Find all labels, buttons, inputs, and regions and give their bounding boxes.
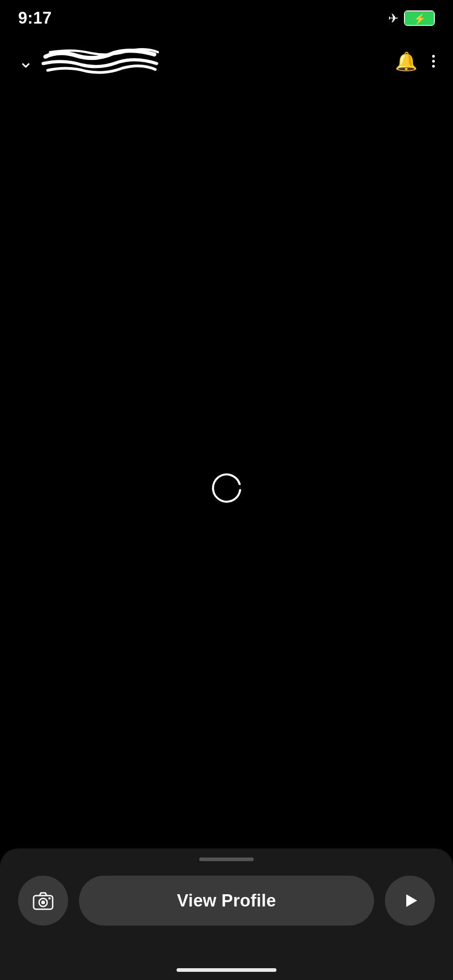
bell-icon[interactable]: 🔔 [395,51,418,72]
more-options-icon[interactable] [432,55,435,68]
nav-left: ⌄ [18,43,159,79]
view-profile-label: View Profile [177,891,276,911]
camera-button[interactable] [18,876,68,926]
home-indicator [177,968,276,972]
username-scribble [41,43,159,79]
view-profile-button[interactable]: View Profile [79,876,374,926]
bottom-actions: View Profile [0,876,453,926]
status-bar: 9:17 ✈ ⚡ [0,0,453,36]
status-icons: ✈ ⚡ [388,10,435,26]
bottom-action-bar: View Profile [0,848,453,980]
battery-bolt-icon: ⚡ [414,13,426,25]
loading-spinner [206,470,247,510]
play-icon [400,891,420,911]
battery-icon: ⚡ [404,10,435,26]
svg-point-3 [49,897,51,900]
top-nav: ⌄ 🔔 [0,36,453,86]
play-next-button[interactable] [385,876,435,926]
bottom-handle [199,858,254,861]
svg-point-2 [41,901,45,904]
scribble-decoration [41,43,159,79]
svg-marker-4 [406,894,417,907]
airplane-icon: ✈ [388,11,399,26]
status-time: 9:17 [18,9,52,28]
loading-c-icon [206,470,247,510]
chevron-down-icon[interactable]: ⌄ [18,52,34,70]
nav-right: 🔔 [395,51,435,72]
camera-icon [32,889,54,912]
